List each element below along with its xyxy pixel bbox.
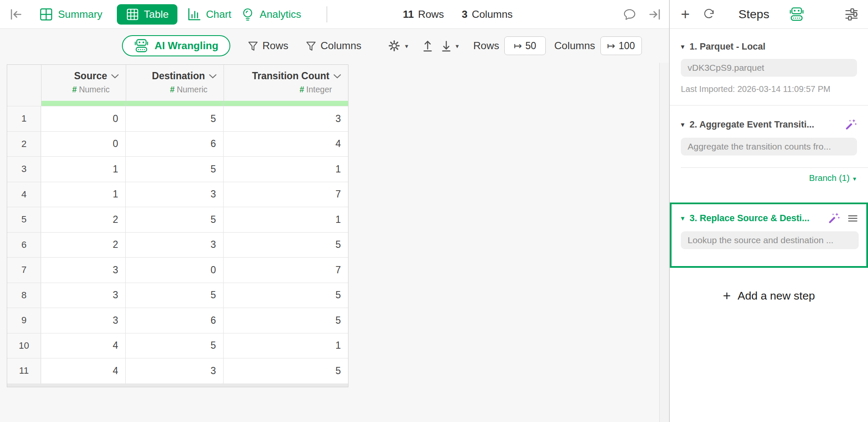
- collapse-right-icon[interactable]: [647, 7, 662, 22]
- table-row: 3151: [7, 156, 348, 182]
- summary-grid-icon: [39, 7, 53, 22]
- robot-icon: [134, 38, 149, 53]
- branch-dropdown[interactable]: Branch (1)▾: [809, 173, 856, 183]
- column-type-label: Numeric: [79, 85, 110, 94]
- add-step-icon[interactable]: +: [681, 7, 690, 22]
- step-prompt-field[interactable]: Lookup the source and destination ...: [681, 231, 859, 249]
- download-dropdown[interactable]: ▾: [440, 39, 459, 53]
- table-cell[interactable]: 1: [41, 157, 126, 182]
- table-cell[interactable]: 4: [41, 333, 126, 358]
- limit-icon: ↦: [607, 40, 615, 52]
- step-file-field[interactable]: vDK3CpS9.parquet: [681, 59, 857, 77]
- table-row: 11435: [7, 358, 348, 383]
- table-cell[interactable]: 0: [41, 106, 126, 131]
- column-header-source[interactable]: Source #Numeric: [41, 65, 126, 106]
- table-cell[interactable]: 5: [126, 207, 224, 232]
- table-cell[interactable]: 3: [41, 258, 126, 283]
- table-cell[interactable]: 3: [41, 283, 126, 308]
- table-cell[interactable]: 5: [224, 283, 348, 308]
- column-fill-bar: [41, 101, 126, 106]
- settings-dropdown[interactable]: ▾: [387, 39, 409, 53]
- caret-down-icon: ▾: [853, 175, 856, 182]
- table-cell[interactable]: 5: [224, 233, 348, 258]
- table-header-row: Source #Numeric Destination: [7, 65, 348, 106]
- table-cell[interactable]: 6: [126, 308, 224, 333]
- caret-down-icon[interactable]: ▾: [681, 215, 685, 222]
- table-cell[interactable]: 4: [41, 358, 126, 383]
- table-cell[interactable]: 1: [224, 157, 348, 182]
- ai-wrangling-button[interactable]: AI Wrangling: [122, 35, 230, 56]
- upload-icon[interactable]: [421, 39, 434, 53]
- table-body: 1053206431514137525162357307835593651045…: [7, 106, 348, 383]
- add-new-step-button[interactable]: + Add a new step: [670, 289, 868, 303]
- comment-icon[interactable]: [622, 7, 637, 22]
- table-cell[interactable]: 5: [126, 157, 224, 182]
- rows-limit-input[interactable]: ↦ 50: [504, 36, 546, 55]
- table-cell[interactable]: 5: [224, 308, 348, 333]
- column-count-label: Columns: [472, 8, 513, 20]
- chevron-down-icon[interactable]: [209, 74, 217, 79]
- tab-summary[interactable]: Summary: [39, 7, 102, 22]
- table-cell[interactable]: 3: [126, 358, 224, 383]
- refresh-icon[interactable]: [702, 8, 716, 21]
- table-cell[interactable]: 3: [126, 182, 224, 207]
- row-count-value: 11: [403, 8, 414, 20]
- table-cell[interactable]: 5: [126, 283, 224, 308]
- drag-handle-icon[interactable]: [847, 212, 859, 224]
- row-number-header: [7, 65, 41, 106]
- tab-analytics[interactable]: Analytics: [240, 7, 301, 22]
- vertical-scrollbar-track[interactable]: [659, 63, 669, 422]
- table-cell[interactable]: 7: [224, 182, 348, 207]
- magic-wand-icon[interactable]: [827, 212, 840, 225]
- sliders-settings-icon[interactable]: [844, 7, 859, 22]
- table-cell[interactable]: 4: [224, 132, 348, 157]
- collapse-left-icon[interactable]: [8, 7, 24, 22]
- step-card-1[interactable]: ▾ 1. Parquet - Local vDK3CpS9.parquet La…: [670, 29, 868, 106]
- step-prompt-field[interactable]: Aggregate the transition counts fro...: [681, 138, 857, 155]
- column-name: Source: [74, 70, 107, 82]
- table-cell[interactable]: 1: [224, 333, 348, 358]
- step-card-3-selected[interactable]: ▾ 3. Replace Source & Desti...: [670, 203, 868, 268]
- chevron-down-icon[interactable]: [333, 74, 341, 79]
- branch-label: Branch (1): [809, 173, 850, 183]
- table-cell[interactable]: 6: [126, 132, 224, 157]
- table-cell[interactable]: 0: [41, 132, 126, 157]
- toolbar-divider: [326, 6, 327, 22]
- table-cell[interactable]: 0: [126, 258, 224, 283]
- table-cell[interactable]: 5: [224, 358, 348, 383]
- download-icon: [440, 39, 453, 53]
- column-header-transition-count[interactable]: Transition Count #Integer: [224, 65, 348, 106]
- chevron-down-icon[interactable]: [111, 74, 119, 79]
- row-number-cell: 5: [7, 207, 41, 232]
- filter-rows-button[interactable]: Rows: [247, 40, 288, 52]
- table-cell[interactable]: 3: [41, 308, 126, 333]
- table-cell[interactable]: 3: [224, 106, 348, 131]
- filter-columns-button[interactable]: Columns: [305, 40, 362, 52]
- column-header-destination[interactable]: Destination #Numeric: [126, 65, 224, 106]
- magic-wand-icon[interactable]: [844, 118, 857, 131]
- columns-limit-value: 100: [619, 40, 635, 52]
- robot-icon: [789, 6, 804, 22]
- columns-limit-input[interactable]: ↦ 100: [600, 36, 642, 55]
- table-row: 2064: [7, 131, 348, 157]
- table-cell[interactable]: 1: [224, 207, 348, 232]
- table-row: 7307: [7, 257, 348, 283]
- table-cell[interactable]: 2: [41, 207, 126, 232]
- caret-down-icon[interactable]: ▾: [681, 43, 685, 50]
- column-name: Transition Count: [252, 70, 329, 82]
- lightbulb-icon: [240, 7, 255, 22]
- tab-chart[interactable]: Chart: [187, 7, 231, 22]
- table-row: 1053: [7, 106, 348, 131]
- row-number-cell: 1: [7, 106, 41, 131]
- table-cell[interactable]: 5: [126, 333, 224, 358]
- caret-down-icon[interactable]: ▾: [681, 121, 685, 128]
- columns-limit-label: Columns: [554, 40, 595, 52]
- table-cell[interactable]: 3: [126, 233, 224, 258]
- table-cell[interactable]: 5: [126, 106, 224, 131]
- table-cell[interactable]: 1: [41, 182, 126, 207]
- step-card-2[interactable]: ▾ 2. Aggregate Event Transiti... Aggrega…: [670, 106, 868, 193]
- tab-table[interactable]: Table: [117, 4, 178, 25]
- horizontal-scrollbar[interactable]: [7, 383, 348, 387]
- table-cell[interactable]: 7: [224, 258, 348, 283]
- table-cell[interactable]: 2: [41, 233, 126, 258]
